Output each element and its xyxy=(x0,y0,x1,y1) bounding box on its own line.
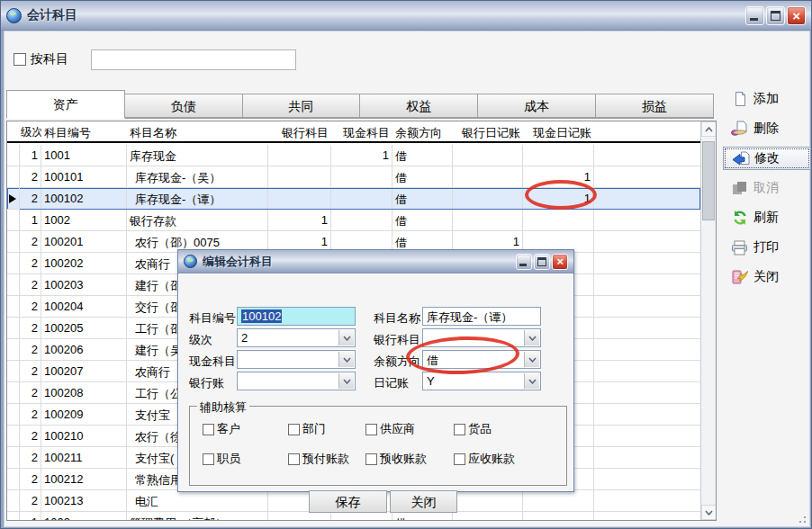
aux-checkbox-5[interactable]: 预付账款 xyxy=(288,451,365,467)
checkbox-icon[interactable] xyxy=(454,453,465,465)
table-cell xyxy=(594,339,700,361)
scrollbar-thumb[interactable] xyxy=(702,141,715,220)
table-cell xyxy=(7,166,20,188)
current-row-marker-icon xyxy=(9,194,16,203)
code-label: 科目编号 xyxy=(189,310,236,327)
table-cell xyxy=(7,318,20,339)
action-button-column: 添加删除修改取消刷新打印关闭 xyxy=(723,87,811,289)
column-header[interactable]: 现金科目 xyxy=(331,121,392,141)
action-button-label: 添加 xyxy=(753,91,779,107)
column-header[interactable]: 银行日记账 xyxy=(453,121,523,141)
journal-combo[interactable]: Y xyxy=(422,372,541,390)
action-button-delete[interactable]: 删除 xyxy=(723,117,811,140)
table-row[interactable]: 11002银行存款1借 xyxy=(7,210,700,231)
table-cell xyxy=(594,404,700,426)
action-button-label: 打印 xyxy=(753,239,779,256)
checkbox-label: 预付账款 xyxy=(302,451,349,467)
table-cell xyxy=(7,512,20,520)
vertical-scrollbar[interactable] xyxy=(700,121,716,520)
tab-0[interactable]: 资产 xyxy=(6,90,125,119)
chevron-down-icon[interactable] xyxy=(524,352,539,367)
checkbox-icon[interactable] xyxy=(288,453,300,465)
main-window: 会计科目 × 按科目 资产负债共同权益成本损益 级次科目编号科目名称银行科目现金… xyxy=(0,0,812,529)
action-button-add[interactable]: 添加 xyxy=(723,87,811,111)
filter-checkbox-label: 按科目 xyxy=(31,51,68,67)
filter-input[interactable] xyxy=(91,49,296,70)
tab-5[interactable]: 损益 xyxy=(596,94,714,118)
tab-1[interactable]: 负债 xyxy=(125,94,243,118)
table-row[interactable]: 2100101库存现金-（吴）借1 xyxy=(7,166,700,188)
table-cell: 2 xyxy=(20,447,41,469)
column-header[interactable]: 科目编号 xyxy=(41,121,127,141)
table-cell xyxy=(7,490,20,512)
table-cell: 借 xyxy=(392,188,453,210)
checkbox-icon[interactable] xyxy=(454,424,465,435)
dialog-close-button[interactable]: × xyxy=(552,254,568,270)
table-cell xyxy=(594,490,700,512)
table-cell: 借 xyxy=(392,145,453,166)
name-input[interactable]: 库存现金-（谭） xyxy=(422,307,541,326)
record-selector-header xyxy=(7,121,20,141)
table-cell xyxy=(594,231,700,253)
table-row[interactable]: 11003管理费用-（高邮）借 xyxy=(7,512,700,520)
code-input[interactable]: 100102 xyxy=(237,307,356,326)
close-button[interactable]: × xyxy=(787,6,806,25)
aux-checkbox-6[interactable]: 预收账款 xyxy=(365,451,454,467)
column-header[interactable]: 现金日记账 xyxy=(523,121,594,141)
table-row[interactable]: 2100102库存现金-（谭）借1 xyxy=(7,188,700,210)
table-cell xyxy=(594,469,700,490)
dialog-globe-icon xyxy=(184,255,197,268)
checkbox-icon[interactable] xyxy=(365,453,377,465)
action-button-close[interactable]: 关闭 xyxy=(723,265,811,289)
column-header[interactable]: 余额方向 xyxy=(392,121,453,141)
aux-checkbox-7[interactable]: 应收账款 xyxy=(454,451,515,467)
table-cell xyxy=(594,382,700,404)
action-button-refresh[interactable]: 刷新 xyxy=(723,206,811,229)
tab-4[interactable]: 成本 xyxy=(478,94,596,118)
checkbox-icon[interactable] xyxy=(365,424,377,435)
bank-account-combo[interactable] xyxy=(237,372,356,390)
column-header[interactable]: 级次 xyxy=(20,121,41,141)
aux-checkbox-3[interactable]: 货品 xyxy=(454,421,515,437)
chevron-down-icon[interactable] xyxy=(338,330,354,345)
tab-2[interactable]: 共同 xyxy=(243,94,361,118)
chevron-down-icon[interactable] xyxy=(524,330,539,345)
minimize-button[interactable] xyxy=(745,6,764,25)
checkbox-label: 应收账款 xyxy=(468,451,515,467)
main-titlebar: 会计科目 × xyxy=(1,1,811,31)
action-button-print[interactable]: 打印 xyxy=(723,236,811,259)
aux-checkbox-2[interactable]: 供应商 xyxy=(365,421,454,437)
checkbox-icon[interactable] xyxy=(203,453,214,465)
table-cell xyxy=(7,447,20,469)
dialog-maximize-button[interactable] xyxy=(534,254,550,270)
scroll-down-icon[interactable] xyxy=(701,505,717,520)
tab-3[interactable]: 权益 xyxy=(360,94,478,118)
delete-document-icon xyxy=(730,121,749,138)
table-cell xyxy=(7,382,20,404)
chevron-down-icon[interactable] xyxy=(524,373,539,389)
table-cell xyxy=(331,210,392,231)
cash-subject-combo[interactable] xyxy=(237,350,356,369)
table-cell xyxy=(331,166,392,188)
table-cell: 2 xyxy=(20,490,41,512)
aux-checkbox-1[interactable]: 部门 xyxy=(288,421,365,437)
table-row[interactable]: 11001库存现金1借 xyxy=(7,145,700,166)
scroll-up-icon[interactable] xyxy=(701,121,717,137)
action-button-modify[interactable]: 修改 xyxy=(723,147,811,170)
column-header[interactable]: 科目名称 xyxy=(127,121,268,141)
dialog-minimize-button[interactable] xyxy=(516,254,532,270)
save-button[interactable]: 保存 xyxy=(309,490,387,513)
aux-checkbox-0[interactable]: 客户 xyxy=(203,421,288,437)
chevron-down-icon[interactable] xyxy=(338,352,354,367)
checkbox-icon[interactable] xyxy=(288,424,300,435)
aux-checkbox-4[interactable]: 职员 xyxy=(203,451,288,467)
column-header[interactable]: 银行科目 xyxy=(268,121,331,141)
maximize-button[interactable] xyxy=(766,6,785,25)
table-cell: 100208 xyxy=(41,382,127,404)
level-combo[interactable]: 2 xyxy=(237,328,356,347)
resize-grip[interactable] xyxy=(795,512,806,523)
filter-checkbox[interactable] xyxy=(14,53,26,66)
checkbox-icon[interactable] xyxy=(203,424,214,435)
dialog-close-action-button[interactable]: 关闭 xyxy=(390,490,457,513)
chevron-down-icon[interactable] xyxy=(338,373,354,389)
